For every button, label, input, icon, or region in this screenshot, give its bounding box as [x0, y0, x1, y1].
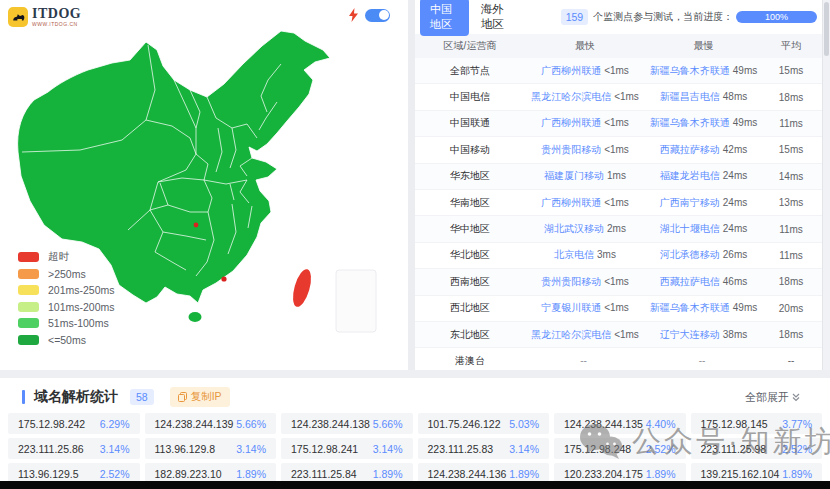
region-cell: 全部节点 — [415, 64, 525, 78]
result-table-row: 西北地区 宁夏银川联通<1ms 新疆乌鲁木齐联通49ms 20ms — [415, 296, 822, 322]
slowest-cell: 西藏拉萨电信46ms — [645, 275, 762, 289]
fastest-node-link[interactable]: 黑龙江哈尔滨电信 — [531, 91, 611, 102]
slowest-node-link[interactable]: 湖北十堰电信 — [660, 223, 720, 234]
slowest-node-link[interactable]: 河北承德移动 — [660, 249, 720, 260]
ip-stat-cell: 175.12.98.145 3.77% — [691, 413, 823, 434]
legend-item: 超时 — [18, 249, 115, 266]
tab-china-region[interactable]: 中国地区 — [420, 0, 469, 36]
legend-swatch — [18, 302, 39, 312]
monitor-count-badge: 159 — [561, 9, 589, 25]
ip-percentage[interactable]: 5.03% — [509, 418, 539, 430]
region-cell: 华中地区 — [415, 222, 525, 236]
average-latency-cell: 11ms — [762, 118, 820, 129]
region-cell: 西南地区 — [415, 275, 525, 289]
region-cell: 中国电信 — [415, 90, 525, 104]
brand-logo[interactable]: ITDOG WWW.ITDOG.CN — [8, 7, 81, 27]
ip-percentage[interactable]: 5.66% — [236, 418, 266, 430]
ip-percentage[interactable]: 1.89% — [373, 468, 403, 480]
region-cell: 华北地区 — [415, 248, 525, 262]
timeout-marker — [194, 223, 199, 228]
ip-percentage[interactable]: 6.29% — [100, 418, 130, 430]
average-latency-cell: 15ms — [762, 144, 820, 155]
ip-percentage[interactable]: 3.14% — [236, 443, 266, 455]
lightning-icon[interactable] — [349, 8, 358, 22]
ip-percentage[interactable]: 1.89% — [509, 468, 539, 480]
map-controls — [349, 8, 390, 22]
fastest-latency: <1ms — [604, 276, 629, 287]
ip-stat-cell: 124.238.244.139 5.66% — [145, 413, 277, 434]
average-latency-cell: 14ms — [762, 171, 820, 182]
average-latency-cell: 11ms — [762, 224, 820, 235]
ip-address: 175.12.98.145 — [701, 418, 768, 430]
ip-percentage[interactable]: 2.52% — [646, 443, 676, 455]
average-latency-cell: 15ms — [762, 65, 820, 76]
slowest-node-link[interactable]: 新疆乌鲁木齐联通 — [650, 117, 730, 128]
slowest-node-link[interactable]: -- — [699, 355, 706, 366]
ip-percentage[interactable]: 1.89% — [646, 468, 676, 480]
region-cell: 华东地区 — [415, 169, 525, 183]
fastest-latency: <1ms — [614, 91, 639, 102]
fastest-latency: <1ms — [614, 329, 639, 340]
slowest-node-link[interactable]: 辽宁大连移动 — [660, 329, 720, 340]
ip-percentage[interactable]: 1.89% — [236, 468, 266, 480]
fastest-node-link[interactable]: 广西柳州联通 — [541, 197, 601, 208]
ip-percentage[interactable]: 4.40% — [646, 418, 676, 430]
scrollbar-thumb[interactable] — [824, 2, 829, 56]
copy-ip-button[interactable]: 复制IP — [170, 387, 230, 407]
fastest-node-link[interactable]: 贵州贵阳移动 — [541, 276, 601, 287]
slowest-node-link[interactable]: 新疆乌鲁木齐联通 — [650, 302, 730, 313]
fastest-node-link[interactable]: 湖北武汉移动 — [544, 223, 604, 234]
legend-swatch — [18, 335, 39, 345]
ip-percentage[interactable]: 2.52% — [782, 443, 812, 455]
slowest-latency: 49ms — [733, 302, 757, 313]
slowest-node-link[interactable]: 新疆乌鲁木齐联通 — [650, 65, 730, 76]
expand-all-button[interactable]: 全部展开 — [745, 390, 800, 405]
fastest-cell: 贵州贵阳移动<1ms — [525, 143, 645, 157]
ip-percentage[interactable]: 3.14% — [509, 443, 539, 455]
fastest-node-link[interactable]: 贵州贵阳移动 — [541, 144, 601, 155]
legend-swatch — [18, 318, 39, 328]
ip-percentage[interactable]: 1.89% — [782, 468, 812, 480]
map-toggle[interactable] — [365, 9, 390, 22]
ip-address: 124.238.244.135 — [564, 418, 643, 430]
fastest-node-link[interactable]: 北京电信 — [554, 249, 594, 260]
fastest-node-link[interactable]: 黑龙江哈尔滨电信 — [531, 329, 611, 340]
average-latency-cell: 11ms — [762, 250, 820, 261]
slowest-cell: 西藏拉萨移动42ms — [645, 143, 762, 157]
fastest-node-link[interactable]: 福建厦门移动 — [544, 170, 604, 181]
average-latency-cell: 13ms — [762, 197, 820, 208]
ip-percentage[interactable]: 3.14% — [373, 443, 403, 455]
slowest-node-link[interactable]: 新疆昌吉电信 — [660, 91, 720, 102]
fastest-node-link[interactable]: 广西柳州联通 — [541, 117, 601, 128]
slowest-cell: 新疆乌鲁木齐联通49ms — [645, 64, 762, 78]
timeout-marker — [221, 276, 226, 281]
ip-address: 175.12.98.242 — [18, 418, 85, 430]
ip-percentage[interactable]: 3.14% — [100, 443, 130, 455]
fastest-node-link[interactable]: 广西柳州联通 — [541, 65, 601, 76]
ip-percentage[interactable]: 5.66% — [373, 418, 403, 430]
result-table-row: 中国联通 广西柳州联通<1ms 新疆乌鲁木齐联通49ms 11ms — [415, 111, 822, 137]
slowest-node-link[interactable]: 西藏拉萨移动 — [660, 144, 720, 155]
slowest-node-link[interactable]: 广西南宁移动 — [660, 197, 720, 208]
hainan-island[interactable] — [189, 312, 202, 322]
slowest-node-link[interactable]: 西藏拉萨电信 — [660, 276, 720, 287]
taiwan-shape[interactable] — [289, 267, 314, 309]
ip-percentage[interactable]: 2.52% — [100, 468, 130, 480]
legend-item: <=50ms — [18, 332, 115, 349]
ip-stat-cell: 124.238.244.135 4.40% — [554, 413, 686, 434]
latency-legend: 超时 >250ms 201ms-250ms 101ms-200ms — [18, 249, 115, 348]
ip-address: 120.233.204.175 — [564, 468, 643, 480]
slowest-latency: 49ms — [733, 117, 757, 128]
slowest-node-link[interactable]: 福建龙岩电信 — [660, 170, 720, 181]
monitor-progress-text: 个监测点参与测试，当前进度： — [593, 10, 733, 24]
tab-overseas-region[interactable]: 海外地区 — [473, 0, 519, 36]
ip-percentage[interactable]: 3.77% — [782, 418, 812, 430]
fastest-node-link[interactable]: 宁夏银川联通 — [541, 302, 601, 313]
legend-label: >250ms — [48, 268, 86, 280]
fastest-latency: <1ms — [604, 302, 629, 313]
slowest-latency: 42ms — [723, 144, 747, 155]
fastest-node-link[interactable]: -- — [580, 355, 587, 366]
ip-address: 113.96.129.5 — [18, 468, 79, 480]
brand-subtitle: WWW.ITDOG.CN — [32, 22, 81, 27]
itdog-ping-page: ITDOG WWW.ITDOG.CN 超时 >250ms — [0, 0, 830, 489]
